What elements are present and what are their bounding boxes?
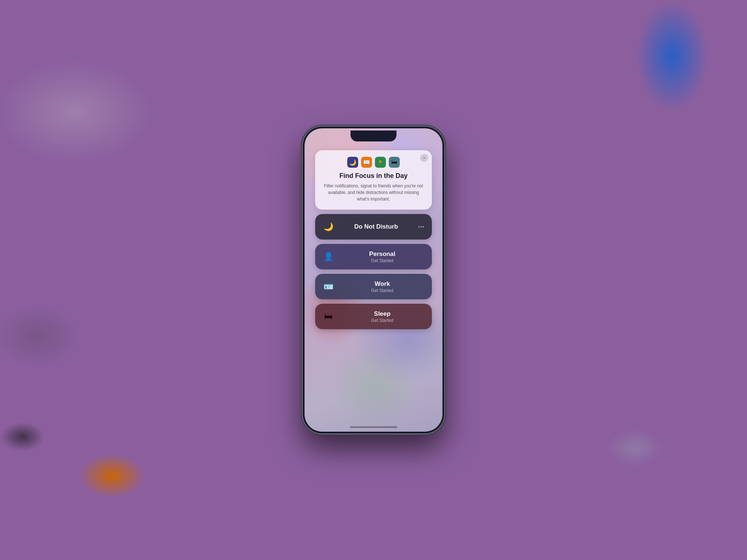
- personal-text: Personal Get Started: [340, 250, 425, 263]
- focus-info-card: × 🌙 📖 🏃 🛏 Find Focus in: [315, 150, 432, 210]
- work-icon: 🪪: [322, 282, 334, 291]
- home-indicator: [350, 426, 397, 428]
- sleep-icon: 🛏: [322, 312, 334, 321]
- personal-subtitle: Get Started: [371, 258, 393, 263]
- work-text: Work Get Started: [340, 280, 425, 293]
- do-not-disturb-button[interactable]: 🌙 Do Not Disturb •••: [315, 214, 432, 240]
- work-subtitle: Get Started: [371, 288, 393, 293]
- close-icon: ×: [423, 156, 425, 160]
- work-button[interactable]: 🪪 Work Get Started: [315, 274, 432, 299]
- sleep-text: Sleep Get Started: [340, 310, 425, 323]
- card-title: Find Focus in the Day: [339, 172, 407, 180]
- book-icon: 📖: [363, 159, 370, 166]
- sleep-title: Sleep: [374, 310, 390, 318]
- run-icon: 🏃: [377, 159, 384, 166]
- personal-title: Personal: [369, 250, 395, 258]
- dnd-more-icon[interactable]: •••: [418, 224, 425, 230]
- phone-device: × 🌙 📖 🏃 🛏 Find Focus in: [302, 126, 445, 434]
- personal-icon: 👤: [322, 252, 334, 261]
- bed-icon: 🛏: [391, 159, 397, 166]
- focus-icons-row: 🌙 📖 🏃 🛏: [347, 157, 400, 168]
- phone-notch: [351, 131, 396, 141]
- book-icon-pill: 📖: [361, 157, 372, 168]
- sleep-button[interactable]: 🛏 Sleep Get Started: [315, 304, 432, 329]
- close-button[interactable]: ×: [420, 154, 428, 162]
- dnd-moon-icon: 🌙: [322, 222, 334, 232]
- run-icon-pill: 🏃: [375, 157, 386, 168]
- phone-content: × 🌙 📖 🏃 🛏 Find Focus in: [305, 128, 442, 432]
- sleep-subtitle: Get Started: [371, 318, 393, 323]
- dnd-title: Do Not Disturb: [354, 223, 398, 230]
- card-subtitle: Filter notifications, signal to friends …: [322, 183, 425, 202]
- dnd-text: Do Not Disturb: [340, 223, 412, 230]
- phone-screen: × 🌙 📖 🏃 🛏 Find Focus in: [305, 128, 442, 432]
- personal-button[interactable]: 👤 Personal Get Started: [315, 244, 432, 269]
- work-title: Work: [375, 280, 390, 288]
- moon-icon-pill: 🌙: [347, 157, 358, 168]
- bed-icon-pill: 🛏: [389, 157, 400, 168]
- moon-icon: 🌙: [349, 159, 356, 166]
